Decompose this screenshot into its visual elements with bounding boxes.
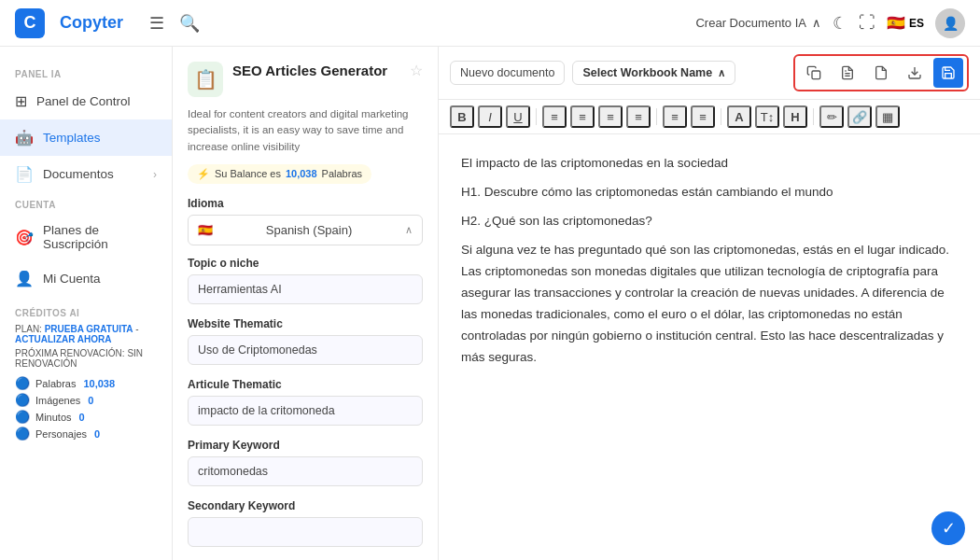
grid-icon: ⊞ [15, 92, 27, 110]
topic-label: Topic o niche [188, 257, 423, 270]
plan-free-link[interactable]: PRUEBA GRATUITA [45, 324, 133, 334]
topic-field: Topic o niche [188, 257, 423, 315]
check-button[interactable]: ✓ [931, 511, 965, 545]
article-field: Articule Thematic [188, 378, 423, 437]
primary-label: Primary Keyword [188, 439, 423, 452]
fmt-separator [536, 108, 537, 125]
content-title: El impacto de las criptomonedas en la so… [461, 153, 958, 175]
idioma-select[interactable]: 🇪🇸 Spanish (Spain) ∧ [188, 215, 423, 245]
user-icon: 👤 [15, 270, 34, 287]
save-action-button[interactable] [933, 58, 963, 88]
editor-actions [793, 54, 969, 91]
credits-section: CRÉDITOS AI PLAN: PRUEBA GRATUITA - ACTU… [0, 297, 172, 455]
credit-value-minutos: 0 [79, 412, 85, 423]
moon-icon[interactable]: ☾ [833, 13, 847, 34]
editor-panel: Nuevo documento Select Workbook Name ∧ [439, 47, 980, 560]
app-name: Copyter [60, 13, 123, 33]
doc2-action-button[interactable] [833, 58, 862, 88]
align-center-button[interactable]: ≡ [570, 105, 595, 128]
sidebar-item-panel-control[interactable]: ⊞ Panel de Control [0, 83, 172, 119]
editor-content[interactable]: El impacto de las criptomonedas en la so… [439, 134, 980, 560]
sidebar-item-label: Mi Cuenta [43, 272, 101, 286]
balance-badge: ⚡ Su Balance es 10,038 Palabras [188, 164, 371, 184]
credit-label: Personajes [35, 428, 87, 440]
italic-button[interactable]: I [478, 105, 502, 128]
palabras-icon: 🔵 [15, 376, 30, 390]
fmt-separator-4 [813, 108, 814, 125]
avatar[interactable]: 👤 [935, 8, 965, 38]
doc-name-box[interactable]: Nuevo documento [450, 61, 565, 85]
tool-icon: 📋 [188, 62, 223, 97]
panel-section-label: PANEL IA [0, 62, 172, 83]
list-ordered-button[interactable]: ≡ [663, 105, 687, 128]
website-field: Website Thematic [188, 317, 423, 376]
search-icon[interactable]: 🔍 [179, 13, 200, 34]
chevron-up-icon: ∧ [405, 224, 413, 236]
editor-topbar: Nuevo documento Select Workbook Name ∧ [439, 47, 980, 100]
doc-icon: 📄 [15, 165, 34, 183]
svg-rect-0 [812, 71, 820, 79]
sidebar-item-label: Templates [43, 131, 101, 145]
download-action-button[interactable] [900, 58, 930, 88]
credit-row-minutos: 🔵 Minutos 0 [15, 410, 157, 424]
idioma-field: Idioma 🇪🇸 Spanish (Spain) ∧ [188, 197, 423, 245]
credit-label: Minutos [35, 412, 72, 423]
article-input[interactable] [188, 396, 423, 426]
sidebar-item-templates[interactable]: 🤖 Templates [0, 119, 172, 156]
personajes-icon: 🔵 [15, 427, 30, 441]
credit-value-palabras: 10,038 [83, 378, 115, 389]
tool-description: Ideal for content creators and digital m… [188, 106, 423, 155]
align-right-button[interactable]: ≡ [598, 105, 623, 128]
copy-action-button[interactable] [799, 58, 829, 88]
secondary-input[interactable] [188, 517, 423, 547]
sidebar-item-planes[interactable]: 🎯 Planes de Suscripción [0, 214, 172, 260]
underline-button[interactable]: U [506, 105, 530, 128]
formatting-bar: B I U ≡ ≡ ≡ ≡ ≡ ≡ A T↕ H ✏ 🔗 ▦ [439, 100, 980, 134]
credit-row-imagenes: 🔵 Imágenes 0 [15, 393, 157, 407]
sidebar: PANEL IA ⊞ Panel de Control 🤖 Templates … [0, 47, 173, 560]
fmt-separator-2 [656, 108, 657, 125]
website-input[interactable] [188, 335, 423, 365]
heading-button[interactable]: H [783, 105, 807, 128]
topbar-left-icons: ☰ 🔍 [149, 13, 200, 34]
chevron-right-icon: › [153, 168, 157, 181]
idioma-value: Spanish (Spain) [266, 223, 353, 237]
link-button[interactable]: 🔗 [847, 105, 872, 128]
renewal-line: PRÓXIMA RENOVACIÓN: SIN RENOVACIÓN [15, 348, 157, 369]
tool-header: 📋 SEO Articles Generator ☆ [188, 62, 423, 97]
plan-action-link[interactable]: ACTUALIZAR AHORA [15, 334, 112, 344]
topic-input[interactable] [188, 274, 423, 304]
content-h1: H1. Descubre cómo las criptomonedas está… [461, 182, 958, 203]
workbook-label: Select Workbook Name [582, 66, 712, 79]
justify-button[interactable]: ≡ [626, 105, 651, 128]
sidebar-item-label: Documentos [43, 167, 114, 181]
primary-input[interactable] [188, 456, 423, 486]
bold-button[interactable]: B [450, 105, 474, 128]
language-selector[interactable]: 🇪🇸 ES [887, 14, 924, 32]
expand-icon[interactable]: ⛶ [859, 13, 875, 33]
sidebar-item-label: Panel de Control [36, 94, 131, 108]
star-icon[interactable]: ☆ [410, 62, 423, 79]
sidebar-item-mi-cuenta[interactable]: 👤 Mi Cuenta [0, 260, 172, 297]
font-color-button[interactable]: A [727, 105, 751, 128]
sidebar-item-documentos[interactable]: 📄 Documentos › [0, 156, 172, 192]
doc3-action-button[interactable] [866, 58, 896, 88]
text-size-button[interactable]: T↕ [755, 105, 779, 128]
table-button[interactable]: ▦ [875, 105, 900, 128]
secondary-keyword-field: Secondary Keyword [188, 499, 423, 558]
menu-icon[interactable]: ☰ [149, 13, 164, 34]
align-left-button[interactable]: ≡ [542, 105, 567, 128]
pen-button[interactable]: ✏ [819, 105, 844, 128]
sidebar-item-label: Planes de Suscripción [43, 223, 157, 251]
list-unordered-button[interactable]: ≡ [691, 105, 715, 128]
credit-label: Imágenes [35, 395, 80, 406]
crear-documento-button[interactable]: Crear Documento IA ∧ [695, 16, 821, 30]
main-layout: PANEL IA ⊞ Panel de Control 🤖 Templates … [0, 47, 980, 560]
balance-value: 10,038 [286, 168, 317, 179]
credit-row-personajes: 🔵 Personajes 0 [15, 427, 157, 441]
plan-line: PLAN: PRUEBA GRATUITA - ACTUALIZAR AHORA [15, 324, 157, 344]
workbook-selector[interactable]: Select Workbook Name ∧ [572, 61, 735, 85]
ai-icon: 🤖 [15, 129, 34, 147]
website-label: Website Thematic [188, 317, 423, 330]
cuenta-section-label: CUENTA [0, 192, 172, 214]
